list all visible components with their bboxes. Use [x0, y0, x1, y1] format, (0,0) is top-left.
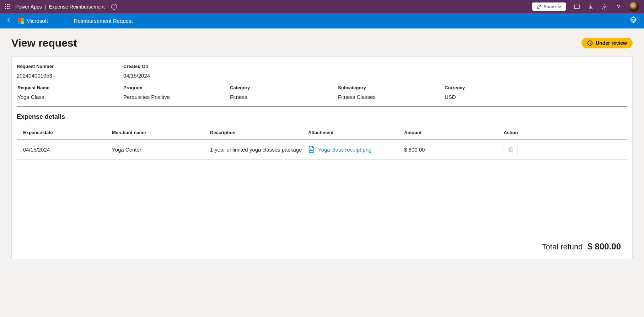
attachment-name: Yoga class receipt.png — [318, 147, 371, 153]
app-launcher-icon[interactable] — [5, 4, 10, 9]
svg-point-4 — [310, 149, 311, 150]
expense-section-title: Expense details — [17, 113, 627, 121]
page-title: View request — [11, 37, 77, 49]
field-subcategory: Subcategory Fitness Classes — [338, 85, 445, 100]
cell-merchant: Yoga Center — [112, 147, 210, 153]
fields-row-1: Request Number 202404001053 Created On 0… — [17, 64, 627, 79]
chevron-down-icon — [558, 5, 562, 9]
label: Program — [123, 85, 230, 90]
app-subtitle: Expense Reimbursement — [49, 4, 104, 10]
app-title: Power Apps | Expense Reimbursement i — [15, 4, 117, 10]
download-icon[interactable] — [588, 4, 594, 10]
label: Request Number — [17, 64, 123, 69]
value: 04/15/2024 — [123, 73, 230, 79]
label: Request Name — [17, 85, 123, 90]
label: Created On — [123, 64, 230, 69]
svg-point-1 — [604, 6, 606, 7]
fields-row-2: Request Name Yoga Class Program Perquisi… — [17, 85, 627, 100]
divider — [61, 17, 61, 25]
top-bar: Power Apps | Expense Reimbursement i Sha… — [0, 0, 644, 13]
cell-date: 04/15/2024 — [23, 147, 112, 153]
help-icon[interactable] — [616, 4, 621, 10]
header-amount: Amount — [404, 130, 504, 135]
app-settings-icon[interactable] — [629, 16, 638, 26]
top-bar-right: Share — [532, 2, 639, 12]
value: USD — [445, 94, 516, 100]
value: Fitness Classes — [338, 94, 445, 100]
total-value: $ 800.00 — [588, 242, 621, 252]
info-icon[interactable]: i — [111, 4, 117, 10]
share-icon — [536, 4, 541, 9]
header-action: Action — [504, 130, 621, 135]
trash-icon — [508, 147, 513, 152]
delete-button[interactable] — [504, 144, 518, 155]
value: Yoga Class — [17, 94, 123, 100]
field-request-name: Request Name Yoga Class — [17, 85, 123, 100]
header-attachment: Attachment — [308, 130, 404, 135]
field-currency: Currency USD — [445, 85, 516, 100]
settings-icon[interactable] — [601, 4, 608, 10]
svg-point-2 — [632, 19, 635, 21]
total-refund-row: Total refund $ 800.00 — [17, 239, 627, 252]
value: Perquisites Positive — [123, 94, 230, 100]
request-card: Request Number 202404001053 Created On 0… — [11, 56, 633, 259]
app-name: Power Apps — [15, 4, 42, 10]
field-program: Program Perquisites Positive — [123, 85, 230, 100]
value: Fitness — [230, 94, 338, 100]
field-request-number: Request Number 202404001053 — [17, 64, 123, 79]
app-section-title: Reimbursement Request — [74, 18, 133, 24]
fit-icon[interactable] — [574, 4, 580, 9]
main-content: View request Under review Request Number… — [0, 28, 644, 268]
brand-text: Microsoft — [26, 18, 48, 24]
header-merchant: Merchant name — [112, 130, 210, 135]
status-badge: Under review — [581, 38, 633, 48]
field-created-on: Created On 04/15/2024 — [123, 64, 230, 79]
document-image-icon — [308, 146, 315, 153]
microsoft-icon — [18, 18, 24, 24]
cell-attachment: Yoga class receipt.png — [308, 146, 404, 153]
cell-description: 1-year unlimited yoga classes package — [210, 147, 308, 153]
expense-table-header: Expense date Merchant name Description A… — [17, 126, 627, 139]
expense-table-row: 04/15/2024 Yoga Center 1-year unlimited … — [17, 139, 627, 160]
back-button[interactable] — [6, 18, 11, 24]
user-avatar[interactable] — [629, 2, 639, 12]
header-date: Expense date — [23, 130, 112, 135]
total-label: Total refund — [542, 242, 583, 252]
status-label: Under review — [596, 40, 627, 46]
value: 202404001053 — [17, 73, 123, 79]
spacer — [17, 160, 627, 239]
svg-rect-0 — [574, 5, 579, 9]
microsoft-logo[interactable]: Microsoft — [18, 18, 48, 24]
top-bar-left: Power Apps | Expense Reimbursement i — [5, 4, 117, 10]
share-label: Share — [543, 4, 556, 9]
app-bar-left: Microsoft Reimbursement Request — [6, 17, 133, 25]
header-description: Description — [210, 130, 308, 135]
field-category: Category Fitness — [230, 85, 338, 100]
page-header: View request Under review — [11, 37, 633, 49]
cell-action — [504, 144, 621, 155]
share-button[interactable]: Share — [532, 2, 566, 11]
attachment-link[interactable]: Yoga class receipt.png — [308, 146, 404, 153]
label: Category — [230, 85, 338, 90]
divider — [17, 106, 627, 107]
label: Subcategory — [338, 85, 445, 90]
app-bar: Microsoft Reimbursement Request — [0, 13, 644, 28]
label: Currency — [445, 85, 516, 90]
clock-icon — [587, 40, 593, 46]
cell-amount: $ 800.00 — [404, 147, 504, 153]
separator: | — [45, 4, 46, 10]
